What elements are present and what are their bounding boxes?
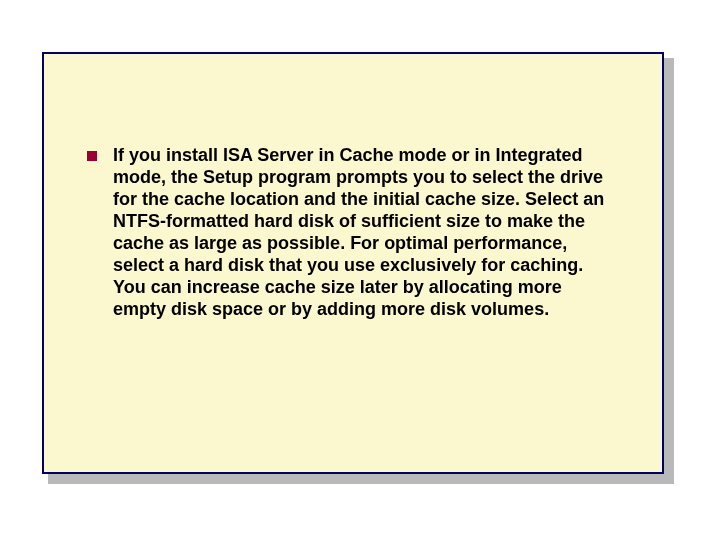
square-bullet-icon <box>87 151 97 161</box>
bullet-list: If you install ISA Server in Cache mode … <box>87 145 667 321</box>
slide: If you install ISA Server in Cache mode … <box>0 0 720 540</box>
list-item: If you install ISA Server in Cache mode … <box>87 145 667 321</box>
bullet-text: If you install ISA Server in Cache mode … <box>113 145 667 321</box>
